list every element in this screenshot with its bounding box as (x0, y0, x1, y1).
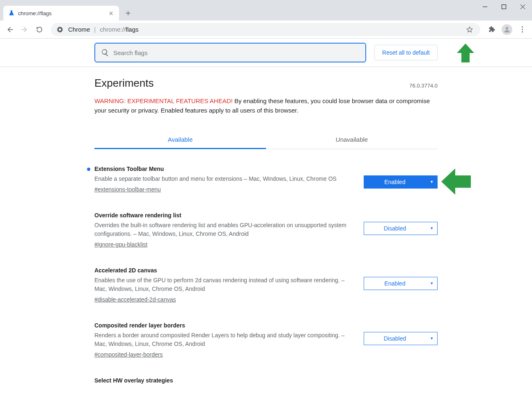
tab-available[interactable]: Available (94, 130, 266, 149)
search-flags-box[interactable] (94, 43, 366, 62)
chrome-version: 76.0.3774.0 (409, 83, 438, 89)
tab-title: chrome://flags (18, 10, 108, 16)
flask-icon (8, 10, 15, 16)
flag-title: Override software rendering list (94, 212, 351, 219)
profile-avatar-icon[interactable] (502, 24, 512, 35)
warning-text: WARNING: EXPERIMENTAL FEATURES AHEAD! By… (94, 96, 438, 115)
flag-description: Overrides the built-in software renderin… (94, 221, 351, 238)
tab-unavailable[interactable]: Unavailable (266, 130, 438, 149)
reset-all-button[interactable]: Reset all to default (374, 45, 438, 60)
flag-title: Composited render layer borders (94, 322, 351, 329)
page-viewport[interactable]: Reset all to default Experiments 76.0.37… (0, 39, 532, 410)
omnibox-text: Chrome | chrome://flags (68, 26, 465, 33)
flag-permalink[interactable]: #ignore-gpu-blacklist (94, 241, 147, 248)
flag-permalink[interactable]: #disable-accelerated-2d-canvas (94, 296, 176, 303)
svg-rect-0 (502, 5, 506, 9)
svg-point-3 (506, 27, 508, 30)
flag-row: Override software rendering list Overrid… (94, 212, 438, 248)
maximize-button[interactable] (494, 0, 513, 13)
browser-toolbar: Chrome | chrome://flags (0, 21, 532, 39)
chrome-icon (57, 26, 63, 33)
page-title: Experiments (94, 77, 438, 90)
flag-title: Extensions Toolbar Menu (94, 166, 351, 172)
flag-dropdown[interactable]: Enabled (364, 277, 438, 290)
bookmark-star-icon[interactable] (465, 25, 475, 35)
address-bar[interactable]: Chrome | chrome://flags (51, 23, 480, 36)
chrome-menu-button[interactable] (516, 23, 529, 36)
flags-tabrow: Available Unavailable (94, 130, 438, 149)
flag-permalink[interactable]: #composited-layer-borders (94, 351, 163, 358)
close-window-button[interactable] (513, 0, 532, 13)
annotation-arrow-up (457, 44, 474, 64)
flag-row: Select HW overlay strategies (94, 377, 438, 386)
flag-row: Accelerated 2D canvas Enables the use of… (94, 267, 438, 303)
flag-dropdown[interactable]: Disabled (364, 222, 438, 235)
new-tab-button[interactable] (122, 7, 134, 19)
forward-button[interactable] (18, 23, 31, 36)
modified-dot-icon (87, 168, 90, 171)
back-button[interactable] (3, 23, 16, 36)
flag-row: Composited render layer borders Renders … (94, 322, 438, 358)
browser-tab[interactable]: chrome://flags (3, 6, 119, 21)
flag-list: Extensions Toolbar Menu Enable a separat… (94, 166, 438, 386)
flag-row: Extensions Toolbar Menu Enable a separat… (94, 166, 438, 193)
flag-description: Enables the use of the GPU to perform 2d… (94, 276, 351, 293)
svg-point-2 (59, 28, 61, 30)
flags-header: Reset all to default (0, 39, 532, 67)
flag-permalink[interactable]: #extensions-toolbar-menu (94, 186, 161, 193)
flag-title: Accelerated 2D canvas (94, 267, 351, 274)
flag-title: Select HW overlay strategies (94, 377, 438, 384)
flag-description: Renders a border around composited Rende… (94, 331, 351, 348)
close-tab-icon[interactable] (108, 10, 114, 16)
reload-button[interactable] (33, 23, 46, 36)
flags-main: Experiments 76.0.3774.0 WARNING: EXPERIM… (94, 67, 438, 410)
flag-dropdown[interactable]: Disabled (364, 332, 438, 345)
annotation-arrow-left (441, 168, 471, 196)
search-flags-input[interactable] (113, 49, 360, 56)
minimize-button[interactable] (475, 0, 494, 13)
flag-dropdown[interactable]: Enabled (364, 175, 438, 189)
window-controls (475, 0, 532, 13)
flag-description: Enable a separate toolbar button and men… (94, 175, 351, 183)
extensions-icon[interactable] (485, 23, 498, 36)
window-titlebar: chrome://flags (0, 0, 532, 21)
search-icon (101, 48, 109, 57)
